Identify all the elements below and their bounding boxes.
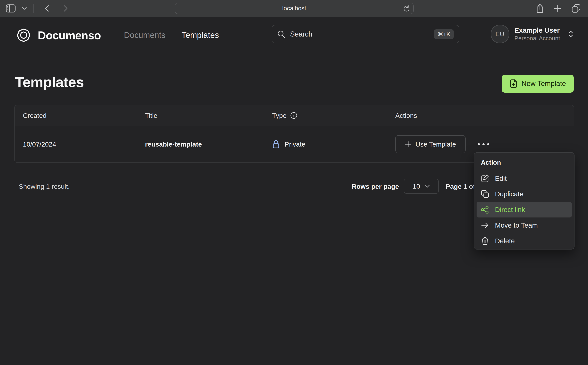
nav-templates[interactable]: Templates — [181, 30, 219, 40]
plus-icon — [405, 141, 411, 147]
address-bar-url: localhost — [282, 5, 306, 12]
new-tab-icon[interactable] — [554, 5, 561, 12]
account-menu[interactable]: EU Example User Personal Account — [491, 25, 574, 43]
copy-icon — [481, 190, 489, 198]
rows-per-page-select[interactable]: 10 — [404, 179, 439, 194]
row-type: Private — [272, 140, 395, 149]
main-nav: Documents Templates — [124, 30, 219, 40]
use-template-label: Use Template — [415, 140, 456, 148]
share-icon[interactable] — [536, 4, 544, 13]
reload-icon[interactable] — [403, 5, 410, 12]
menu-item-label: Duplicate — [495, 190, 524, 198]
new-template-label: New Template — [522, 79, 566, 88]
menu-item-edit[interactable]: Edit — [477, 171, 572, 186]
row-title: reusable-template — [145, 140, 272, 148]
nav-documents[interactable]: Documents — [124, 30, 165, 40]
table-header-row: Created Title Type Actions — [15, 105, 574, 126]
rows-per-page-value: 10 — [413, 182, 420, 190]
column-title: Title — [145, 112, 272, 119]
sidebar-chevron-icon[interactable] — [22, 7, 27, 10]
menu-item-label: Edit — [495, 175, 507, 182]
chevrons-up-down-icon — [568, 31, 574, 37]
search-placeholder: Search — [290, 30, 429, 38]
trash-icon — [481, 237, 489, 245]
documenso-logo-icon — [15, 26, 33, 44]
share-link-icon — [481, 206, 489, 214]
back-icon[interactable] — [45, 5, 49, 12]
browser-toolbar: localhost — [0, 0, 588, 17]
search-shortcut-badge: ⌘+K — [434, 29, 454, 39]
menu-item-duplicate[interactable]: Duplicate — [477, 186, 572, 202]
menu-item-label: Move to Team — [495, 221, 538, 229]
edit-icon — [481, 174, 489, 182]
brand-name: Documenso — [38, 29, 101, 42]
forward-icon[interactable] — [64, 5, 68, 12]
row-type-label: Private — [285, 140, 305, 148]
new-template-button[interactable]: New Template — [502, 75, 574, 93]
user-name: Example User — [515, 26, 560, 35]
sidebar-toggle-icon[interactable] — [6, 4, 16, 13]
row-more-menu-button[interactable] — [476, 141, 491, 147]
row-actions-dropdown: Action Edit Duplicate — [474, 152, 574, 250]
tab-overview-icon[interactable] — [572, 4, 581, 13]
menu-item-move-to-team[interactable]: Move to Team — [477, 218, 572, 233]
info-icon[interactable] — [290, 112, 298, 119]
menu-item-direct-link[interactable]: Direct link — [477, 202, 572, 218]
column-created: Created — [23, 112, 145, 119]
brand[interactable]: Documenso — [15, 26, 101, 44]
search-icon — [277, 30, 285, 38]
screen: localhost — [0, 0, 588, 365]
column-type: Type — [272, 112, 395, 119]
rows-per-page-label: Rows per page — [352, 183, 399, 190]
user-account-type: Personal Account — [515, 34, 560, 42]
use-template-button[interactable]: Use Template — [395, 135, 466, 153]
chevron-down-icon — [425, 185, 430, 188]
column-type-label: Type — [272, 112, 287, 119]
menu-item-delete[interactable]: Delete — [477, 233, 572, 249]
arrow-right-icon — [481, 221, 489, 229]
address-bar[interactable]: localhost — [175, 3, 414, 14]
file-plus-icon — [510, 79, 518, 88]
lock-icon — [272, 140, 280, 149]
column-actions: Actions — [395, 112, 574, 119]
search-input[interactable]: Search ⌘+K — [272, 25, 459, 43]
toolbar-divider — [33, 4, 34, 13]
row-created: 10/07/2024 — [23, 140, 145, 148]
row-actions: Use Template — [395, 135, 574, 153]
avatar: EU — [491, 25, 510, 43]
menu-item-label: Direct link — [495, 206, 525, 214]
menu-item-label: Delete — [495, 237, 515, 245]
results-count: Showing 1 result. — [19, 183, 70, 190]
dropdown-header: Action — [477, 156, 572, 171]
app-header: Documenso Documents Templates Search ⌘+K… — [15, 25, 574, 45]
page-title: Templates — [15, 74, 84, 91]
